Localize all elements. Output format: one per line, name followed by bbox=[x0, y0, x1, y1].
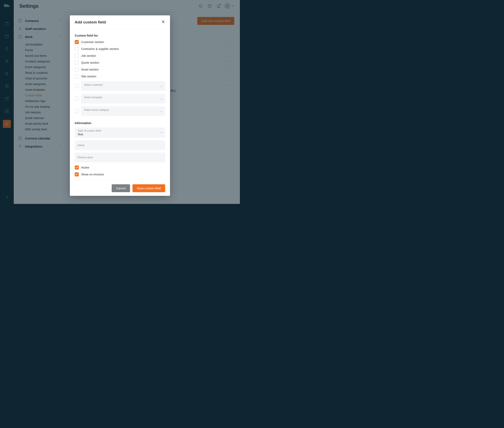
modal-body: Custom field for Customer section Contra… bbox=[70, 29, 170, 181]
checkbox-icon bbox=[75, 165, 79, 170]
checkbox-label: Active bbox=[81, 166, 89, 169]
modal-header: Add custom field bbox=[70, 15, 170, 29]
checkbox-job-section[interactable]: Job section bbox=[75, 54, 165, 58]
checkbox-icon bbox=[75, 67, 79, 72]
select-customer-row: Select customer bbox=[75, 81, 165, 91]
checkbox-active[interactable]: Active bbox=[75, 165, 165, 170]
select-label: Select template bbox=[84, 96, 102, 99]
cancel-button[interactable]: Cancel bbox=[112, 184, 130, 192]
checkbox-asset-section[interactable]: Asset section bbox=[75, 67, 165, 72]
checkbox-label: Job section bbox=[81, 54, 96, 58]
checkbox-icon bbox=[75, 172, 79, 176]
type-of-field-dropdown[interactable]: Type of custom field Text bbox=[75, 128, 165, 138]
checkbox-icon[interactable] bbox=[75, 97, 79, 101]
checkbox-icon bbox=[75, 47, 79, 51]
checkbox-contractor-section[interactable]: Contractor & supplier section bbox=[75, 47, 165, 51]
checkbox-icon[interactable] bbox=[75, 84, 79, 88]
chevron-down-icon bbox=[160, 97, 163, 101]
checkbox-label: Show on invoices bbox=[81, 173, 104, 176]
checkbox-label: Contractor & supplier section bbox=[81, 47, 119, 50]
modal-footer: Cancel Save custom field bbox=[70, 181, 170, 196]
checkbox-customer-section[interactable]: Customer section bbox=[75, 40, 165, 44]
checkbox-label: Quote section bbox=[81, 61, 99, 64]
checkbox-site-section[interactable]: Site section bbox=[75, 74, 165, 78]
field-label: Type of custom field bbox=[78, 129, 162, 132]
section-title: Custom field for bbox=[75, 34, 165, 37]
section-title: Information bbox=[75, 121, 165, 125]
checkbox-icon bbox=[75, 74, 79, 78]
checkbox-label: Asset section bbox=[81, 68, 98, 71]
default-value-input[interactable]: Default value bbox=[75, 153, 165, 162]
close-icon[interactable] bbox=[161, 20, 165, 25]
checkbox-icon[interactable] bbox=[75, 109, 79, 113]
checkbox-label: Site section bbox=[81, 75, 96, 78]
save-button[interactable]: Save custom field bbox=[132, 184, 165, 192]
chevron-down-icon bbox=[160, 85, 163, 89]
select-customer-dropdown[interactable]: Select customer bbox=[81, 81, 165, 91]
modal-title: Add custom field bbox=[75, 20, 161, 25]
field-value: Text bbox=[78, 132, 162, 136]
select-label: Select asset category bbox=[84, 108, 109, 111]
checkbox-show-on-invoices[interactable]: Show on invoices bbox=[75, 172, 165, 176]
add-custom-field-modal: Add custom field Custom field for Custom… bbox=[70, 15, 170, 196]
chevron-down-icon bbox=[160, 131, 163, 135]
checkbox-icon bbox=[75, 61, 79, 65]
select-asset-category-row: Select asset category bbox=[75, 106, 165, 116]
chevron-down-icon bbox=[160, 110, 163, 114]
field-label: Name bbox=[78, 144, 162, 147]
select-template-dropdown[interactable]: Select template bbox=[81, 94, 165, 103]
field-label: Default value bbox=[78, 156, 162, 159]
select-template-row: Select template bbox=[75, 94, 165, 103]
checkbox-label: Customer section bbox=[81, 41, 104, 44]
checkbox-quote-section[interactable]: Quote section bbox=[75, 61, 165, 65]
checkbox-icon bbox=[75, 40, 79, 44]
select-asset-category-dropdown[interactable]: Select asset category bbox=[81, 106, 165, 116]
checkbox-icon bbox=[75, 54, 79, 58]
name-input[interactable]: Name bbox=[75, 140, 165, 150]
select-label: Select customer bbox=[84, 83, 103, 86]
